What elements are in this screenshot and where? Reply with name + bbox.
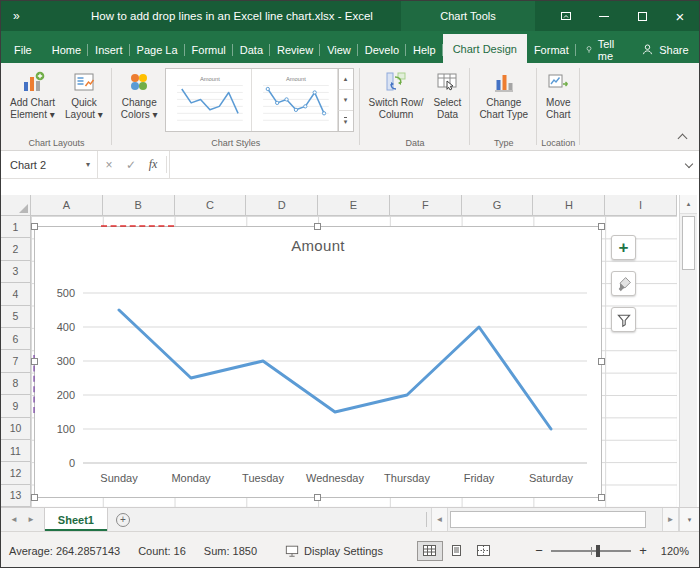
select-all-corner[interactable] [1,195,31,216]
add-chart-element-button[interactable]: Add Chart Element ▾ [5,65,60,120]
chart-handle-middle-left[interactable] [31,358,38,365]
column-header-h[interactable]: H [533,195,605,216]
column-header-e[interactable]: E [318,195,390,216]
zoom-slider-thumb[interactable] [596,545,600,557]
column-header-c[interactable]: C [175,195,247,216]
column-header-b[interactable]: B [103,195,175,216]
switch-row-column-button[interactable]: Switch Row/ Column [364,65,429,120]
chart-handle-top-middle[interactable] [314,223,321,230]
display-settings-button[interactable]: Display Settings [285,544,383,558]
sheet-tab-sheet1[interactable]: Sheet1 [44,508,108,531]
row-header-11[interactable]: 11 [1,440,31,462]
chart-handle-bottom-middle[interactable] [314,494,321,501]
row-header-1[interactable]: 1 [1,216,31,238]
zoom-in-button[interactable]: + [638,543,648,558]
chart-handle-top-right[interactable] [598,223,605,230]
tab-format[interactable]: Format [527,36,576,63]
chart-elements-button[interactable]: + [611,235,636,260]
chart-handle-bottom-left[interactable] [31,494,38,501]
tab-data[interactable]: Data [233,36,270,63]
tab-home[interactable]: Home [45,36,88,63]
collapse-ribbon-button[interactable] [675,131,689,143]
vertical-scrollbar-thumb[interactable] [682,216,695,270]
status-average[interactable]: Average: 264.2857143 [9,545,120,557]
tab-help[interactable]: Help [406,36,443,63]
insert-function-button[interactable]: fx [142,151,164,178]
column-header-g[interactable]: G [462,195,534,216]
scroll-up-button[interactable]: ▴ [680,195,697,214]
minimize-button[interactable] [585,1,623,31]
quick-access-toolbar-button[interactable]: » [13,9,21,23]
scroll-down-button[interactable]: ▾ [679,508,699,531]
change-colors-button[interactable]: Change Colors ▾ [116,65,163,120]
tab-view[interactable]: View [320,36,358,63]
gallery-scroll-down-button[interactable]: ▾ [338,90,353,111]
row-header-4[interactable]: 4 [1,283,31,305]
column-header-i[interactable]: I [605,195,677,216]
horizontal-scrollbar[interactable]: ◄ ► [431,508,679,531]
chart-handle-bottom-right[interactable] [598,494,605,501]
tab-page-la[interactable]: Page La [130,36,185,63]
gallery-more-button[interactable]: ▾ [338,111,353,131]
chart-title[interactable]: Amount [35,237,601,254]
sheet-nav-right-icon[interactable]: ► [27,515,35,524]
row-header-13[interactable]: 13 [1,485,31,507]
row-header-5[interactable]: 5 [1,306,31,328]
expand-formula-bar-button[interactable] [679,151,699,178]
normal-view-button[interactable] [417,541,443,561]
chart-handle-top-left[interactable] [31,223,38,230]
embedded-chart[interactable]: 0100200300400500SundayMondayTuesdayWedne… [34,226,602,498]
scroll-left-button[interactable]: ◄ [431,508,448,531]
name-box-dropdown[interactable]: ▾ [79,151,97,178]
tab-formul[interactable]: Formul [185,36,233,63]
row-header-2[interactable]: 2 [1,238,31,260]
tab-develo[interactable]: Develo [358,36,406,63]
tab-insert[interactable]: Insert [88,36,130,63]
row-header-12[interactable]: 12 [1,462,31,484]
enter-button[interactable]: ✓ [120,151,142,178]
row-header-8[interactable]: 8 [1,373,31,395]
name-box[interactable]: Chart 2 ▾ [1,151,98,178]
row-header-7[interactable]: 7 [1,350,31,372]
status-count[interactable]: Count: 16 [138,545,186,557]
chart-style-2[interactable]: Amount [252,69,338,131]
column-header-d[interactable]: D [246,195,318,216]
row-header-3[interactable]: 3 [1,261,31,283]
tab-chart-design[interactable]: Chart Design [443,34,527,63]
horizontal-scrollbar-thumb[interactable] [450,511,646,528]
zoom-out-button[interactable]: − [534,543,544,558]
tell-me-button[interactable]: Tell me [576,36,629,63]
move-chart-button[interactable]: Move Chart [541,65,575,120]
quick-layout-button[interactable]: Quick Layout ▾ [60,65,108,120]
zoom-slider[interactable] [551,550,631,552]
formula-input[interactable] [169,151,679,178]
maximize-button[interactable] [623,1,661,31]
ribbon-display-options-button[interactable] [547,1,585,31]
chart-handle-middle-right[interactable] [598,358,605,365]
tab-review[interactable]: Review [270,36,320,63]
status-sum[interactable]: Sum: 1850 [204,545,257,557]
horizontal-scrollbar-track[interactable] [448,508,662,531]
page-layout-view-button[interactable] [444,541,470,561]
gallery-scroll-up-button[interactable]: ▴ [338,69,353,90]
column-header-a[interactable]: A [31,195,103,216]
scroll-right-button[interactable]: ► [662,508,679,531]
chart-styles-button[interactable] [611,271,636,296]
new-sheet-button[interactable]: + [108,508,138,531]
row-header-9[interactable]: 9 [1,395,31,417]
page-break-view-button[interactable] [471,541,497,561]
close-button[interactable]: × [661,1,699,31]
cancel-button[interactable]: × [98,151,120,178]
tab-file[interactable]: File [1,36,45,63]
column-header-f[interactable]: F [390,195,462,216]
select-data-button[interactable]: Select Data [429,65,467,120]
chart-style-1[interactable]: Amount [166,69,252,131]
sheet-nav-left-icon[interactable]: ◄ [10,515,18,524]
share-button[interactable]: Share [628,36,700,63]
chart-filters-button[interactable] [611,307,636,332]
change-chart-type-button[interactable]: Change Chart Type [474,65,533,120]
row-header-10[interactable]: 10 [1,418,31,440]
vertical-scrollbar[interactable]: ▴ [679,195,697,507]
row-header-6[interactable]: 6 [1,328,31,350]
zoom-percentage[interactable]: 120% [655,545,689,557]
